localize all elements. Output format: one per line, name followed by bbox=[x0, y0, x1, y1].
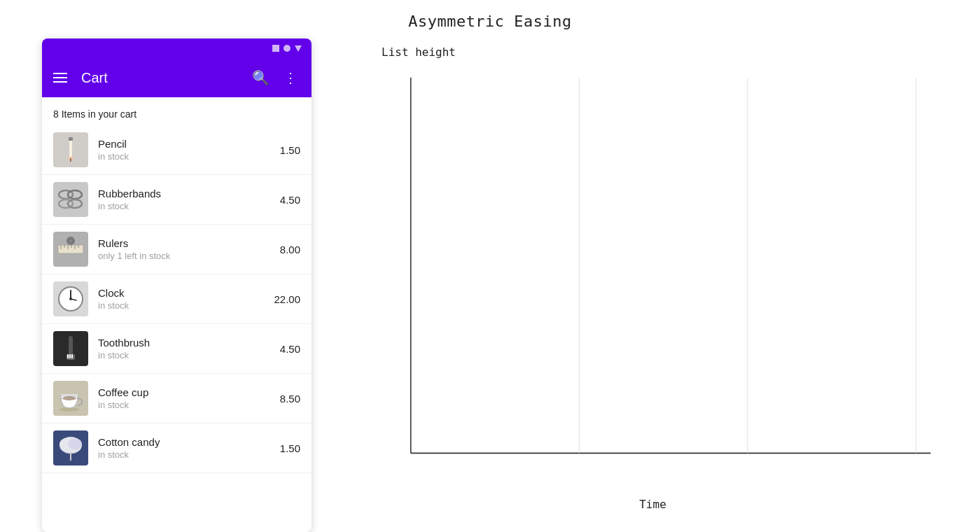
item-image-rubberbands bbox=[53, 182, 88, 217]
item-image-rulers bbox=[53, 232, 88, 267]
item-name: Rubberbands bbox=[98, 188, 270, 200]
item-stock: only 1 left in stock bbox=[98, 251, 270, 261]
phone-mockup: Cart 🔍 ⋮ 8 Items in your cart bbox=[42, 38, 312, 532]
item-name: Rulers bbox=[98, 237, 270, 249]
page-title: Asymmetric Easing bbox=[0, 0, 980, 38]
svg-point-5 bbox=[68, 190, 82, 199]
item-image-toothbrush bbox=[53, 331, 88, 366]
chart-title: List height bbox=[382, 46, 938, 59]
chart-x-label: Time bbox=[368, 498, 938, 511]
item-info-rubberbands: Rubberbands in stock bbox=[98, 188, 270, 211]
item-price: 1.50 bbox=[280, 442, 300, 454]
item-info-coffeecup: Coffee cup in stock bbox=[98, 386, 270, 410]
status-square-icon bbox=[272, 45, 279, 52]
item-stock: in stock bbox=[98, 201, 270, 211]
item-image-clock bbox=[53, 281, 88, 316]
search-icon[interactable]: 🔍 bbox=[249, 66, 272, 89]
item-stock: in stock bbox=[98, 400, 270, 410]
list-item[interactable]: Rulers only 1 left in stock 8.00 bbox=[42, 225, 312, 274]
item-name: Toothbrush bbox=[98, 337, 270, 349]
item-name: Pencil bbox=[98, 138, 270, 150]
item-price: 8.50 bbox=[280, 393, 300, 405]
item-price: 8.00 bbox=[280, 244, 300, 255]
item-image-coffeecup bbox=[53, 381, 88, 416]
item-image-pencil bbox=[53, 132, 88, 167]
svg-rect-22 bbox=[69, 336, 73, 357]
list-item[interactable]: Cotton candy in stock 1.50 bbox=[42, 424, 312, 473]
more-options-icon[interactable]: ⋮ bbox=[281, 66, 300, 89]
chart-svg bbox=[382, 70, 938, 491]
item-stock: in stock bbox=[98, 449, 270, 460]
cart-summary: 8 Items in your cart bbox=[42, 97, 312, 125]
item-stock: in stock bbox=[98, 350, 270, 360]
item-price: 4.50 bbox=[280, 343, 300, 355]
svg-point-7 bbox=[68, 200, 82, 208]
list-item[interactable]: Pencil in stock 1.50 bbox=[42, 125, 312, 175]
toolbar-title: Cart bbox=[81, 70, 241, 86]
chart-area: List height Time bbox=[368, 38, 938, 532]
item-info-pencil: Pencil in stock bbox=[98, 138, 270, 162]
svg-rect-0 bbox=[69, 139, 72, 157]
item-price: 1.50 bbox=[280, 144, 300, 156]
item-stock: in stock bbox=[98, 300, 264, 311]
list-item[interactable]: Toothbrush in stock 4.50 bbox=[42, 324, 312, 374]
item-price: 22.00 bbox=[274, 293, 300, 305]
item-info-toothbrush: Toothbrush in stock bbox=[98, 337, 270, 360]
app-body: 8 Items in your cart Pencil in stock 1.5 bbox=[42, 97, 312, 473]
item-name: Clock bbox=[98, 287, 264, 299]
item-info-clock: Clock in stock bbox=[98, 287, 264, 311]
item-info-rulers: Rulers only 1 left in stock bbox=[98, 237, 270, 261]
svg-rect-25 bbox=[69, 354, 71, 358]
svg-point-29 bbox=[62, 396, 76, 400]
list-item[interactable]: Rubberbands in stock 4.50 bbox=[42, 175, 312, 225]
svg-rect-24 bbox=[67, 354, 69, 358]
item-name: Cotton candy bbox=[98, 436, 270, 448]
item-price: 4.50 bbox=[280, 194, 300, 206]
item-info-cottoncandy: Cotton candy in stock bbox=[98, 436, 270, 460]
svg-rect-2 bbox=[69, 137, 73, 141]
list-item[interactable]: Clock in stock 22.00 bbox=[42, 274, 312, 324]
list-item[interactable]: Coffee cup in stock 8.50 bbox=[42, 374, 312, 424]
item-image-cottoncandy bbox=[53, 430, 88, 465]
svg-rect-8 bbox=[58, 245, 83, 253]
svg-point-32 bbox=[68, 438, 82, 449]
svg-rect-26 bbox=[71, 354, 73, 358]
svg-point-17 bbox=[69, 239, 72, 242]
item-stock: in stock bbox=[98, 151, 270, 162]
app-toolbar: Cart 🔍 ⋮ bbox=[42, 58, 312, 97]
status-triangle-icon bbox=[295, 46, 302, 52]
chart-container bbox=[382, 70, 938, 491]
item-name: Coffee cup bbox=[98, 386, 270, 398]
status-circle-icon bbox=[284, 45, 290, 52]
status-bar bbox=[42, 38, 312, 58]
menu-icon[interactable] bbox=[53, 73, 67, 83]
